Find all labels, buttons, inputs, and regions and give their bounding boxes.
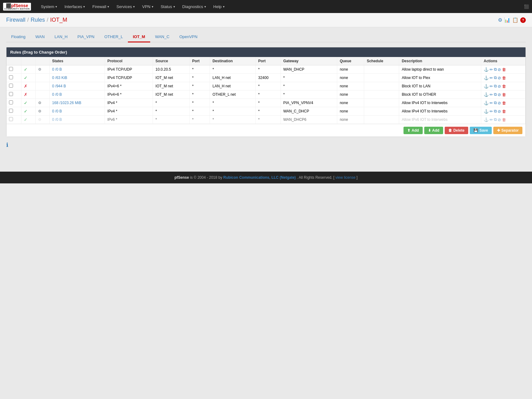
row-checkbox[interactable] bbox=[9, 117, 13, 121]
edit-icon[interactable]: ✏ bbox=[490, 117, 493, 122]
footer-rights: . All Rights Reserved. [ bbox=[297, 175, 334, 180]
filter-icon[interactable]: ⚙ bbox=[498, 17, 502, 23]
nav-firewall[interactable]: Firewall▾ bbox=[89, 0, 113, 13]
tab-pia-vpn[interactable]: PIA_VPN bbox=[72, 32, 99, 42]
row-destination: * bbox=[210, 116, 256, 124]
row-checkbox[interactable] bbox=[9, 92, 13, 96]
states-link[interactable]: 0 /0 B bbox=[52, 117, 62, 122]
gear-icon[interactable]: ⚙ bbox=[38, 101, 41, 105]
row-source: IOT_M net bbox=[153, 74, 190, 82]
edit-icon[interactable]: ✏ bbox=[490, 101, 493, 105]
tab-iot-m[interactable]: IOT_M bbox=[128, 32, 150, 42]
disable-icon[interactable]: ⊘ bbox=[498, 109, 501, 114]
actions-cell: ⚓✏⧉⊘🗑 bbox=[484, 67, 523, 72]
save-button[interactable]: 💾 Save bbox=[470, 127, 492, 134]
add-top-button[interactable]: ⬆ Add bbox=[403, 127, 422, 134]
row-checkbox[interactable] bbox=[9, 109, 13, 113]
row-checkbox[interactable] bbox=[9, 100, 13, 104]
edit-icon[interactable]: ✏ bbox=[490, 76, 493, 80]
states-link[interactable]: 0 /0 B bbox=[52, 67, 62, 72]
nav-system[interactable]: System▾ bbox=[37, 0, 61, 13]
copy-icon[interactable]: ⧉ bbox=[494, 75, 497, 80]
nav-vpn[interactable]: VPN▾ bbox=[138, 0, 157, 13]
tab-wan-c[interactable]: WAN_C bbox=[150, 32, 174, 42]
tab-wan[interactable]: WAN bbox=[30, 32, 50, 42]
nav-interfaces[interactable]: Interfaces▾ bbox=[61, 0, 89, 13]
delete-row-icon[interactable]: 🗑 bbox=[502, 84, 506, 89]
col-gear bbox=[36, 57, 50, 65]
tab-floating[interactable]: Floating bbox=[6, 32, 30, 42]
states-link[interactable]: 168 /1023.26 MiB bbox=[52, 101, 81, 105]
row-destination: LAN_H net bbox=[210, 74, 256, 82]
breadcrumb: Firewall / Rules / IOT_M bbox=[6, 17, 67, 23]
row-queue: none bbox=[337, 65, 364, 74]
delete-row-icon[interactable]: 🗑 bbox=[502, 101, 506, 105]
edit-icon[interactable]: ✏ bbox=[490, 67, 493, 72]
edit-icon[interactable]: ✏ bbox=[490, 92, 493, 97]
anchor-icon[interactable]: ⚓ bbox=[484, 117, 489, 122]
copy-icon[interactable]: ⧉ bbox=[494, 92, 497, 97]
breadcrumb-firewall[interactable]: Firewall bbox=[6, 17, 25, 23]
separator-button[interactable]: ✚ Separator bbox=[493, 127, 522, 134]
delete-row-icon[interactable]: 🗑 bbox=[502, 67, 506, 72]
row-checkbox[interactable] bbox=[9, 67, 13, 71]
edit-icon[interactable]: ✏ bbox=[490, 84, 493, 89]
gear-icon[interactable]: ⚙ bbox=[38, 109, 41, 113]
delete-row-icon[interactable]: 🗑 bbox=[502, 92, 506, 97]
anchor-icon[interactable]: ⚓ bbox=[484, 101, 489, 105]
row-gear-cell: ⚙ bbox=[36, 65, 50, 74]
gear-icon[interactable]: ⚙ bbox=[38, 67, 41, 72]
tab-openvpn[interactable]: OpenVPN bbox=[174, 32, 203, 42]
nav-status[interactable]: Status▾ bbox=[157, 0, 179, 13]
copy-icon[interactable]: ⧉ bbox=[494, 109, 497, 114]
copy-icon[interactable]: ⧉ bbox=[494, 117, 497, 122]
anchor-icon[interactable]: ⚓ bbox=[484, 76, 489, 80]
tab-other-l[interactable]: OTHER_L bbox=[99, 32, 128, 42]
copy-icon[interactable]: ⧉ bbox=[494, 84, 497, 89]
table-icon[interactable]: 📋 bbox=[512, 17, 518, 23]
chart-icon[interactable]: 📊 bbox=[504, 17, 510, 23]
disable-icon[interactable]: ⊘ bbox=[498, 84, 501, 89]
copy-icon[interactable]: ⧉ bbox=[494, 67, 497, 72]
nav-services[interactable]: Services▾ bbox=[113, 0, 138, 13]
row-protocol: IPv6 * bbox=[105, 116, 153, 124]
disable-icon[interactable]: ⊘ bbox=[498, 92, 501, 97]
anchor-icon[interactable]: ⚓ bbox=[484, 67, 489, 72]
anchor-icon[interactable]: ⚓ bbox=[484, 84, 489, 89]
header-icons: ⚙ 📊 📋 ? bbox=[498, 17, 526, 23]
row-source: * bbox=[153, 116, 190, 124]
row-checkbox-cell bbox=[7, 74, 21, 82]
table-row: ✓⚙0 /0 BIPv4 *****WAN_C_DHCPnoneAllow IP… bbox=[7, 107, 525, 116]
row-gateway: WAN_DHCP bbox=[281, 65, 337, 74]
nav-help[interactable]: Help▾ bbox=[210, 0, 228, 13]
row-checkbox[interactable] bbox=[9, 75, 13, 79]
disable-icon[interactable]: ⊘ bbox=[498, 76, 501, 80]
states-link[interactable]: 0 /944 B bbox=[52, 84, 66, 88]
footer-license-link[interactable]: view license bbox=[335, 175, 355, 180]
anchor-icon[interactable]: ⚓ bbox=[484, 109, 489, 114]
disable-icon[interactable]: ⊘ bbox=[498, 67, 501, 72]
status-icon: ✓ bbox=[24, 75, 28, 80]
col-actions: Actions bbox=[481, 57, 525, 65]
disable-icon[interactable]: ⊘ bbox=[498, 117, 501, 122]
delete-row-icon[interactable]: 🗑 bbox=[502, 109, 506, 114]
nav-diagnostics[interactable]: Diagnostics▾ bbox=[179, 0, 210, 13]
info-icon[interactable]: ℹ bbox=[6, 142, 8, 148]
anchor-icon[interactable]: ⚓ bbox=[484, 92, 489, 97]
delete-row-icon[interactable]: 🗑 bbox=[502, 117, 506, 122]
states-link[interactable]: 0 /63 KiB bbox=[52, 76, 67, 80]
states-link[interactable]: 0 /0 B bbox=[52, 92, 62, 97]
delete-row-icon[interactable]: 🗑 bbox=[502, 76, 506, 80]
row-checkbox[interactable] bbox=[9, 84, 13, 88]
states-link[interactable]: 0 /0 B bbox=[52, 109, 62, 113]
edit-icon[interactable]: ✏ bbox=[490, 109, 493, 114]
footer-company-link[interactable]: Rubicon Communications, LLC (Netgate) bbox=[223, 175, 296, 180]
add-bottom-button[interactable]: ⬇ Add bbox=[424, 127, 443, 134]
disable-icon[interactable]: ⊘ bbox=[498, 101, 501, 105]
help-icon[interactable]: ? bbox=[520, 17, 526, 23]
breadcrumb-rules[interactable]: Rules bbox=[31, 17, 45, 23]
main-content: Floating WAN LAN_H PIA_VPN OTHER_L IOT_M… bbox=[0, 27, 532, 153]
copy-icon[interactable]: ⧉ bbox=[494, 100, 497, 105]
delete-button[interactable]: 🗑 Delete bbox=[445, 127, 468, 134]
tab-lan-h[interactable]: LAN_H bbox=[50, 32, 72, 42]
